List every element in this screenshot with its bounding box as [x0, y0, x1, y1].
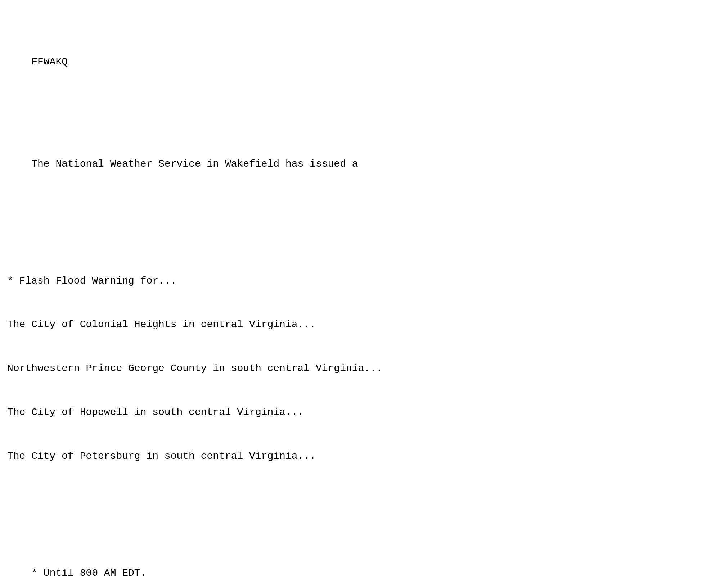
- warning-header: * Flash Flood Warning for...: [7, 274, 709, 289]
- warning-area-1: The City of Colonial Heights in central …: [7, 317, 709, 332]
- warning-area-2: Northwestern Prince George County in sou…: [7, 361, 709, 376]
- product-id: FFWAKQ: [31, 56, 68, 67]
- until-text: * Until 800 AM EDT.: [31, 567, 146, 579]
- document-content: FFWAKQ The National Weather Service in W…: [7, 11, 709, 588]
- warning-area-3: The City of Hopewell in south central Vi…: [7, 405, 709, 420]
- warning-area-4: The City of Petersburg in south central …: [7, 449, 709, 464]
- until-section: * Until 800 AM EDT.: [7, 551, 709, 588]
- issuing-line: The National Weather Service in Wakefiel…: [7, 142, 709, 186]
- product-id-line: FFWAKQ: [7, 40, 709, 84]
- warning-section: * Flash Flood Warning for... The City of…: [7, 245, 709, 493]
- issuing-text: The National Weather Service in Wakefiel…: [31, 158, 358, 169]
